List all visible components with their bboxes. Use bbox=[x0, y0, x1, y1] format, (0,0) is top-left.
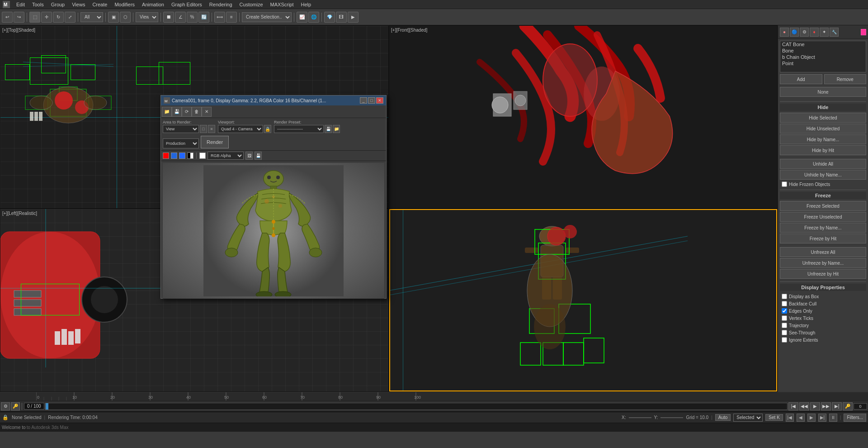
menu-item-animation[interactable]: Animation bbox=[138, 1, 168, 8]
viewport-front[interactable]: [+][Front][Shaded] bbox=[389, 25, 778, 209]
unfreeze-by-hit-btn[interactable]: Unfreeze by Hit bbox=[780, 269, 866, 279]
x-input[interactable] bbox=[629, 417, 651, 418]
toolbar-lasso[interactable]: ⬡ bbox=[120, 12, 131, 23]
menu-item-group[interactable]: Group bbox=[47, 1, 69, 8]
hide-by-hit-btn[interactable]: Hide by Hit bbox=[780, 145, 866, 155]
toolbar-material-editor[interactable]: 💎 bbox=[324, 12, 335, 23]
toolbar-move[interactable]: ✛ bbox=[41, 12, 52, 23]
pb-btn-5[interactable]: ⏸ bbox=[829, 414, 837, 422]
render-dialog-title-bar[interactable]: M Camera001, frame 0, Display Gamma: 2.2… bbox=[161, 95, 386, 105]
rd-tool-4[interactable]: 🗑 bbox=[192, 107, 202, 117]
unfreeze-by-name-btn[interactable]: Unfreeze by Name... bbox=[780, 258, 866, 268]
menu-item-rendering[interactable]: Rendering bbox=[206, 1, 236, 8]
ch-icon-2[interactable]: 💾 bbox=[255, 152, 262, 160]
rd-tool-2[interactable]: 💾 bbox=[172, 107, 182, 117]
rp-icon-6[interactable]: 🔧 bbox=[830, 28, 839, 37]
toolbar-ref-select[interactable]: ▣ bbox=[108, 12, 119, 23]
unfreeze-all-btn[interactable]: Unfreeze All bbox=[780, 247, 866, 257]
none-button[interactable]: None bbox=[780, 87, 866, 97]
menu-item-maxscript[interactable]: MAXScript bbox=[267, 1, 297, 8]
full-white-swatch[interactable] bbox=[199, 153, 206, 159]
go-end-btn[interactable]: ▶| bbox=[832, 402, 842, 410]
remove-button[interactable]: Remove bbox=[824, 74, 867, 84]
selected-dropdown[interactable]: Selected bbox=[733, 414, 763, 422]
toolbar-mirror[interactable]: ⟺ bbox=[214, 12, 225, 23]
rp-icon-4[interactable]: ♦ bbox=[810, 28, 819, 37]
rd-tool-1[interactable]: 📁 bbox=[162, 107, 172, 117]
red-swatch[interactable] bbox=[163, 153, 169, 159]
menu-item-tools[interactable]: Tools bbox=[28, 1, 47, 8]
pb-btn-1[interactable]: |◀ bbox=[786, 414, 794, 422]
channel-dropdown[interactable]: RGB Alpha bbox=[208, 152, 244, 160]
preset-icon-1[interactable]: 💾 bbox=[325, 125, 332, 133]
trajectory-cb[interactable] bbox=[782, 323, 787, 328]
blue-swatch[interactable] bbox=[171, 153, 177, 159]
menu-item-customize[interactable]: Customize bbox=[236, 1, 267, 8]
go-start-btn[interactable]: |◀ bbox=[788, 402, 798, 410]
preset-icon-2[interactable]: 📁 bbox=[333, 125, 340, 133]
select-filter-dropdown[interactable]: All bbox=[80, 12, 103, 22]
toolbar-redo[interactable]: ↪ bbox=[14, 12, 24, 23]
hide-unselected-btn[interactable]: Hide Unselected bbox=[780, 124, 866, 133]
hide-frozen-cb[interactable] bbox=[782, 181, 787, 187]
pb-btn-2[interactable]: ◀ bbox=[797, 414, 805, 422]
anim-icon-1[interactable]: ⚙ bbox=[1, 402, 10, 410]
toolbar-rotate[interactable]: ↻ bbox=[53, 12, 64, 23]
list-item-point[interactable]: Point bbox=[780, 60, 866, 67]
blue2-swatch[interactable] bbox=[179, 153, 185, 159]
dialog-maximize-btn[interactable]: □ bbox=[368, 97, 375, 104]
toolbar-snap-spinner[interactable]: 🔄 bbox=[198, 12, 209, 23]
ch-icon-1[interactable]: 🖼 bbox=[245, 152, 253, 160]
display-as-box-cb[interactable] bbox=[782, 294, 787, 299]
render-preset-dropdown[interactable]: ------------------- bbox=[274, 125, 324, 133]
toolbar-percent-snap[interactable]: % bbox=[187, 12, 198, 23]
freeze-unselected-btn[interactable]: Freeze Unselected bbox=[780, 212, 866, 222]
list-item-bone[interactable]: Bone bbox=[780, 48, 866, 54]
prev-frame-btn[interactable]: ◀◀ bbox=[799, 402, 809, 410]
menu-item-help[interactable]: Help bbox=[297, 1, 315, 8]
backface-cull-cb[interactable] bbox=[782, 301, 787, 306]
toolbar-angle-snap[interactable]: ∠ bbox=[175, 12, 186, 23]
pb-btn-4[interactable]: ▶| bbox=[818, 414, 826, 422]
rd-tool-5[interactable]: ✕ bbox=[202, 107, 212, 117]
vp-lock-icon[interactable]: 🔒 bbox=[264, 125, 271, 133]
viewport-mode-dropdown[interactable]: View bbox=[136, 12, 158, 22]
menu-item-graph-editors[interactable]: Graph Editors bbox=[168, 1, 206, 8]
filters-btn[interactable]: Filters... bbox=[844, 414, 866, 422]
half-split-swatch[interactable] bbox=[187, 153, 193, 159]
unhide-by-name-btn[interactable]: Unhide by Name... bbox=[780, 170, 866, 180]
menu-item-views[interactable]: Views bbox=[68, 1, 89, 8]
see-through-cb[interactable] bbox=[782, 330, 787, 335]
vertex-ticks-cb[interactable] bbox=[782, 315, 787, 321]
hide-by-name-btn[interactable]: Hide by Name... bbox=[780, 134, 866, 144]
rp-icon-3[interactable]: ⚙ bbox=[800, 28, 809, 37]
toolbar-snap-toggle[interactable]: 🔲 bbox=[163, 12, 174, 23]
rp-icon-5[interactable]: ✦ bbox=[820, 28, 829, 37]
area-to-render-dropdown[interactable]: View bbox=[163, 125, 199, 133]
menu-item-create[interactable]: Create bbox=[89, 1, 111, 8]
key-mode-btn[interactable]: 🔑 bbox=[843, 402, 853, 410]
freeze-by-hit-btn[interactable]: Freeze by Hit bbox=[780, 234, 866, 243]
freeze-by-name-btn[interactable]: Freeze by Name... bbox=[780, 223, 866, 233]
edges-only-cb[interactable] bbox=[782, 308, 787, 314]
freeze-selected-btn[interactable]: Freeze Selected bbox=[780, 201, 866, 211]
area-icon-1[interactable]: □ bbox=[200, 125, 207, 133]
list-item-cat-bone[interactable]: CAT Bone bbox=[780, 41, 866, 48]
toolbar-curve-editor[interactable]: 📈 bbox=[297, 12, 307, 23]
toolbar-render-setup[interactable]: 🎞 bbox=[336, 12, 347, 23]
next-frame-btn[interactable]: ▶▶ bbox=[821, 402, 831, 410]
menu-item-edit[interactable]: Edit bbox=[13, 1, 28, 8]
auto-btn[interactable]: Auto bbox=[715, 414, 731, 421]
toolbar-schematic[interactable]: 🌐 bbox=[308, 12, 319, 23]
toolbar-align[interactable]: ≡ bbox=[226, 12, 237, 23]
toolbar-scale[interactable]: ⤢ bbox=[65, 12, 75, 23]
dialog-close-btn[interactable]: ✕ bbox=[376, 97, 383, 104]
rp-icon-1[interactable]: ● bbox=[780, 28, 789, 37]
pb-btn-3[interactable]: ▶ bbox=[807, 414, 816, 422]
unhide-all-btn[interactable]: Unhide All bbox=[780, 159, 866, 169]
toolbar-select[interactable]: ⬚ bbox=[29, 12, 40, 23]
production-dropdown[interactable]: Production bbox=[163, 138, 199, 148]
list-item-chain[interactable]: b Chain Object bbox=[780, 54, 866, 60]
rd-tool-3[interactable]: ⟳ bbox=[182, 107, 192, 117]
toolbar-render[interactable]: ▶ bbox=[348, 12, 359, 23]
